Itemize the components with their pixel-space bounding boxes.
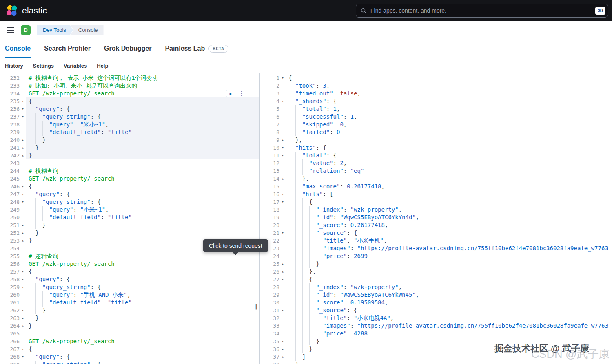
code-line-15[interactable]: 15 "max_score": 0.26177418, — [260, 183, 612, 190]
code-line-24[interactable]: 24 "price": 2699 — [260, 252, 612, 260]
code-line-251[interactable]: 251▴ } — [0, 221, 259, 229]
global-search-input[interactable]: Find apps, content, and more. ⌘/ — [356, 4, 608, 18]
fold-toggle-icon[interactable]: ▾ — [279, 276, 286, 283]
fold-toggle-icon[interactable]: ▴ — [20, 322, 26, 330]
fold-toggle-icon[interactable]: ▾ — [20, 113, 26, 121]
code-line-246[interactable]: 246▾{ — [0, 183, 259, 190]
code-line-4[interactable]: 4▾ "_shards": { — [260, 97, 612, 105]
fold-toggle-icon[interactable]: ▾ — [20, 183, 26, 190]
fold-toggle-icon[interactable]: ▴ — [279, 136, 286, 144]
fold-toggle-icon[interactable]: ▾ — [20, 361, 26, 364]
code-line-5[interactable]: 5 "total": 1, — [260, 105, 612, 113]
code-line-258[interactable]: 258▾ "query": { — [0, 276, 259, 283]
code-line-243[interactable]: 243 — [0, 159, 259, 167]
send-request-button[interactable]: ▶ — [226, 90, 235, 97]
code-line-28[interactable]: 28 "_index": "wzk-property", — [260, 283, 612, 291]
fold-toggle-icon[interactable]: ▴ — [20, 229, 26, 237]
pane-resize-handle[interactable]: ‖ — [254, 303, 257, 309]
code-line-256[interactable]: 256GET /wzk-property/_search — [0, 260, 259, 268]
fold-toggle-icon[interactable]: ▾ — [279, 190, 286, 198]
code-line-242[interactable]: 242▴} — [0, 152, 259, 159]
fold-toggle-icon[interactable]: ▾ — [20, 283, 26, 291]
code-line-259[interactable]: 259▾ "query_string": { — [0, 283, 259, 291]
code-line-18[interactable]: 18 "_index": "wzk-property", — [260, 206, 612, 214]
code-line-17[interactable]: 17▾ { — [260, 198, 612, 206]
code-line-232[interactable]: 232# 模糊查询， 表示 小米 这个词可以有1个词变动 — [0, 74, 259, 82]
fold-toggle-icon[interactable]: ▴ — [279, 338, 286, 345]
request-editor-pane[interactable]: 232# 模糊查询， 表示 小米 这个词可以有1个词变动233# 比如: 小明、… — [0, 73, 259, 364]
request-options-icon[interactable]: ⋮ — [239, 90, 245, 97]
breadcrumb-dev-tools[interactable]: Dev Tools — [37, 25, 73, 35]
code-line-20[interactable]: 20 "_score": 0.26177418, — [260, 221, 612, 229]
code-line-16[interactable]: 16▾ "hits": [ — [260, 190, 612, 198]
code-line-234[interactable]: 234GET /wzk-property/_search▶⋮ — [0, 90, 259, 97]
code-line-3[interactable]: 3 "timed_out": false, — [260, 90, 612, 97]
code-line-268[interactable]: 268▾ "query": { — [0, 353, 259, 361]
code-line-255[interactable]: 255# 逻辑查询 — [0, 252, 259, 260]
code-line-249[interactable]: 249 "query": "小米~1", — [0, 206, 259, 214]
code-line-265[interactable]: 265 — [0, 330, 259, 338]
menu-item-help[interactable]: Help — [97, 63, 108, 69]
code-line-14[interactable]: 14▴ }, — [260, 175, 612, 183]
code-line-9[interactable]: 9▴ }, — [260, 136, 612, 144]
code-line-7[interactable]: 7 "skipped": 0, — [260, 121, 612, 128]
code-line-239[interactable]: 239 "default_field": "title" — [0, 128, 259, 136]
fold-toggle-icon[interactable]: ▾ — [20, 353, 26, 361]
fold-toggle-icon[interactable]: ▾ — [279, 144, 286, 152]
code-line-11[interactable]: 11▾ "total": { — [260, 152, 612, 159]
deployment-badge[interactable]: D — [21, 25, 31, 35]
code-line-241[interactable]: 241▴ } — [0, 144, 259, 152]
fold-toggle-icon[interactable]: ▴ — [20, 221, 26, 229]
code-line-6[interactable]: 6 "successful": 1, — [260, 113, 612, 121]
code-line-260[interactable]: 260 "query": "手机 AND 小米", — [0, 291, 259, 299]
code-line-264[interactable]: 264▴} — [0, 322, 259, 330]
code-line-23[interactable]: 23 "images": "https://profile-avatar.csd… — [260, 245, 612, 252]
code-line-21[interactable]: 21▾ "_source": { — [260, 229, 612, 237]
code-line-27[interactable]: 27▾ { — [260, 276, 612, 283]
tab-grok-debugger[interactable]: Grok Debugger — [104, 39, 151, 58]
fold-toggle-icon[interactable]: ▾ — [20, 268, 26, 276]
code-line-33[interactable]: 33 "images": "https://profile-avatar.csd… — [260, 322, 612, 330]
fold-toggle-icon[interactable]: ▾ — [20, 190, 26, 198]
code-line-266[interactable]: 266GET /wzk-property/_search — [0, 338, 259, 345]
code-line-257[interactable]: 257▾{ — [0, 268, 259, 276]
code-line-34[interactable]: 34 "price": 4288 — [260, 330, 612, 338]
code-line-261[interactable]: 261 "default_field": "title" — [0, 299, 259, 307]
code-line-236[interactable]: 236▾ "query": { — [0, 105, 259, 113]
fold-toggle-icon[interactable]: ▾ — [279, 97, 286, 105]
code-line-244[interactable]: 244# 模糊查询 — [0, 167, 259, 175]
fold-toggle-icon[interactable]: ▴ — [279, 268, 286, 276]
code-line-13[interactable]: 13 "relation": "eq" — [260, 167, 612, 175]
fold-toggle-icon[interactable]: ▴ — [20, 152, 26, 159]
code-line-262[interactable]: 262▴ } — [0, 307, 259, 314]
code-line-250[interactable]: 250 "default_field": "title" — [0, 214, 259, 221]
menu-item-variables[interactable]: Variables — [64, 63, 87, 69]
menu-item-settings[interactable]: Settings — [33, 63, 54, 69]
tab-search-profiler[interactable]: Search Profiler — [44, 39, 91, 58]
fold-toggle-icon[interactable]: ▴ — [279, 175, 286, 183]
code-line-19[interactable]: 19 "_id": "WqwCS5EByoATC6YkYn4d", — [260, 214, 612, 221]
fold-toggle-icon[interactable]: ▾ — [279, 74, 286, 82]
fold-toggle-icon[interactable]: ▴ — [279, 345, 286, 353]
fold-toggle-icon[interactable]: ▾ — [20, 97, 26, 105]
main-menu-button[interactable] — [7, 27, 14, 33]
fold-toggle-icon[interactable]: ▴ — [279, 260, 286, 268]
code-line-30[interactable]: 30 "_score": 0.19509584, — [260, 299, 612, 307]
fold-toggle-icon[interactable]: ▴ — [20, 237, 26, 245]
fold-toggle-icon[interactable]: ▾ — [279, 152, 286, 159]
fold-toggle-icon[interactable]: ▴ — [20, 136, 26, 144]
code-line-2[interactable]: 2 "took": 3, — [260, 82, 612, 90]
code-line-263[interactable]: 263▴ } — [0, 314, 259, 322]
fold-toggle-icon[interactable]: ▴ — [20, 307, 26, 314]
code-line-240[interactable]: 240▴ } — [0, 136, 259, 144]
code-line-233[interactable]: 233# 比如: 小明、米小 都是可以查询出来的 — [0, 82, 259, 90]
code-line-1[interactable]: 1▾{ — [260, 74, 612, 82]
code-line-267[interactable]: 267▾{ — [0, 345, 259, 353]
code-line-237[interactable]: 237▾ "query_string": { — [0, 113, 259, 121]
code-line-248[interactable]: 248▾ "query_string": { — [0, 198, 259, 206]
fold-toggle-icon[interactable]: ▾ — [20, 345, 26, 353]
code-line-238[interactable]: 238 "query": "米小~1", — [0, 121, 259, 128]
code-line-26[interactable]: 26▴ }, — [260, 268, 612, 276]
fold-toggle-icon[interactable]: ▾ — [279, 307, 286, 314]
tab-painless-lab[interactable]: Painless LabBETA — [165, 39, 228, 58]
